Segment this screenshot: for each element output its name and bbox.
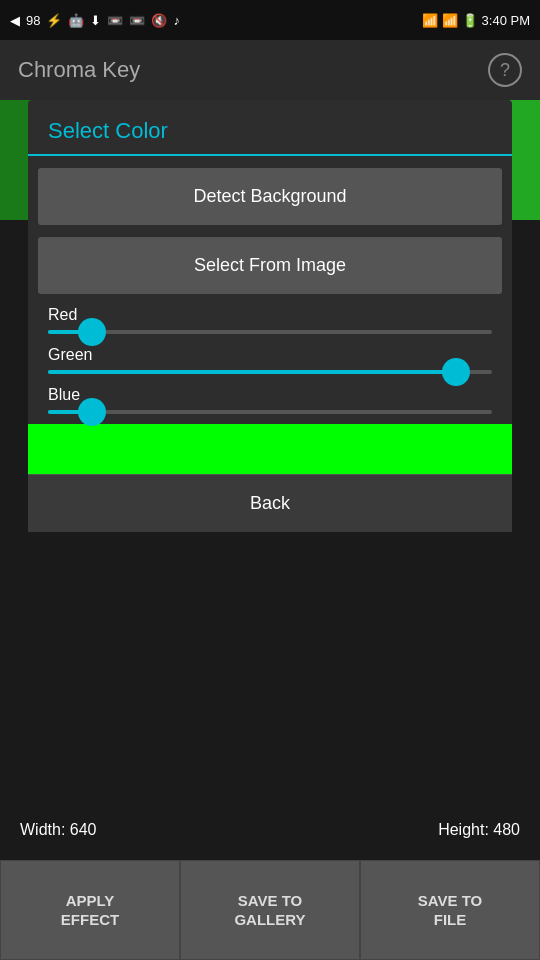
usb-icon: ⚡ <box>46 13 62 28</box>
status-right: 📶 📶 🔋 3:40 PM <box>422 13 530 28</box>
status-bar: ◀ 98 ⚡ 🤖 ⬇ 📼 📼 🔇 ♪ 📶 📶 🔋 3:40 PM <box>0 0 540 40</box>
modal-title: Select Color <box>28 100 512 156</box>
blue-slider-track[interactable] <box>48 410 492 414</box>
status-left: ◀ 98 ⚡ 🤖 ⬇ 📼 📼 🔇 ♪ <box>10 13 180 28</box>
green-slider-thumb[interactable] <box>442 358 470 386</box>
apply-effect-label: APPLYEFFECT <box>61 891 119 930</box>
red-slider-track[interactable] <box>48 330 492 334</box>
save-to-gallery-button[interactable]: SAVE TOGALLERY <box>180 860 360 960</box>
height-info: Height: 480 <box>438 821 520 839</box>
green-slider-track[interactable] <box>48 370 492 374</box>
green-slider-fill <box>48 370 456 374</box>
battery-icon: 🔋 <box>462 13 478 28</box>
red-label: Red <box>48 306 492 324</box>
save-to-gallery-label: SAVE TOGALLERY <box>234 891 305 930</box>
save-to-file-button[interactable]: SAVE TOFILE <box>360 860 540 960</box>
blue-slider-thumb[interactable] <box>78 398 106 426</box>
help-icon: ? <box>500 60 510 81</box>
notification-badge: 98 <box>26 13 40 28</box>
blue-slider-section: Blue <box>28 386 512 414</box>
info-bar: Width: 640 Height: 480 <box>0 800 540 860</box>
color-select-modal: Select Color Detect Background Select Fr… <box>28 100 512 532</box>
red-slider-thumb[interactable] <box>78 318 106 346</box>
app-title: Chroma Key <box>18 57 140 83</box>
music-icon: ♪ <box>173 13 180 28</box>
green-label: Green <box>48 346 492 364</box>
green-slider-section: Green <box>28 346 512 374</box>
download-icon: ⬇ <box>90 13 101 28</box>
color-preview-box <box>28 424 512 474</box>
wifi-icon: 📶 <box>422 13 438 28</box>
back-icon: ◀ <box>10 13 20 28</box>
voicemail2-icon: 📼 <box>129 13 145 28</box>
select-from-image-button[interactable]: Select From Image <box>38 237 502 294</box>
action-bar: APPLYEFFECT SAVE TOGALLERY SAVE TOFILE <box>0 860 540 960</box>
blue-label: Blue <box>48 386 492 404</box>
signal-icon: 📶 <box>442 13 458 28</box>
time-display: 3:40 PM <box>482 13 530 28</box>
top-bar: Chroma Key ? <box>0 40 540 100</box>
android-icon: 🤖 <box>68 13 84 28</box>
red-slider-section: Red <box>28 306 512 334</box>
width-info: Width: 640 <box>20 821 438 839</box>
help-button[interactable]: ? <box>488 53 522 87</box>
apply-effect-button[interactable]: APPLYEFFECT <box>0 860 180 960</box>
voicemail-icon: 📼 <box>107 13 123 28</box>
back-button[interactable]: Back <box>28 474 512 532</box>
detect-background-button[interactable]: Detect Background <box>38 168 502 225</box>
mute-icon: 🔇 <box>151 13 167 28</box>
save-to-file-label: SAVE TOFILE <box>418 891 482 930</box>
